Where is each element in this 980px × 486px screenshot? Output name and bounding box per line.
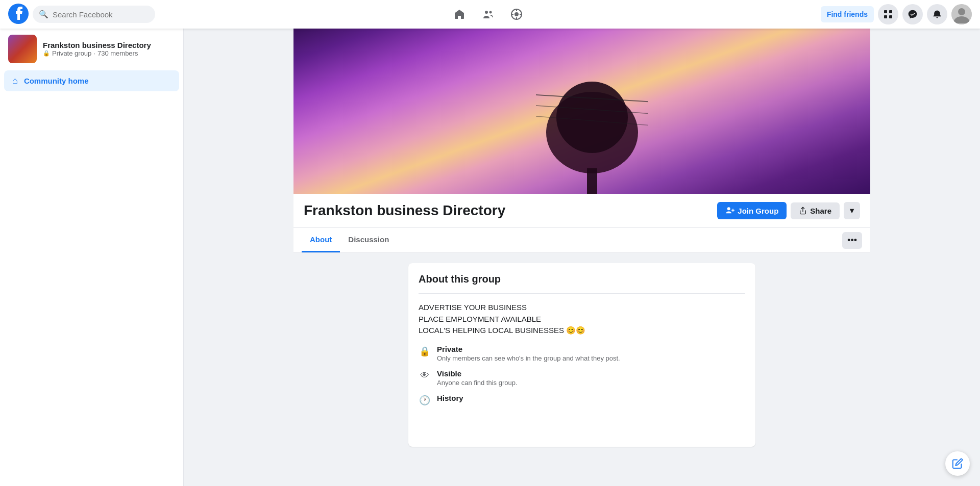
about-private-title: Private	[437, 345, 745, 353]
visible-eye-icon: 👁	[419, 370, 431, 381]
friends-nav-button[interactable]	[476, 4, 500, 24]
sidebar-community-home-label: Community home	[24, 76, 89, 85]
sidebar: Frankston business Directory 🔒 Private g…	[0, 29, 184, 457]
svg-point-2	[489, 11, 492, 14]
svg-rect-7	[884, 15, 887, 18]
group-title: Frankston business Directory	[304, 202, 505, 219]
sidebar-member-count: 730 members	[97, 49, 138, 57]
about-private-content: Private Only members can see who's in th…	[437, 345, 745, 362]
about-description: ADVERTISE YOUR BUSINESS PLACE EMPLOYMENT…	[419, 302, 745, 337]
home-sidebar-icon: ⌂	[12, 75, 18, 86]
about-private-item: 🔒 Private Only members can see who's in …	[419, 345, 745, 362]
svg-point-12	[556, 82, 628, 153]
facebook-logo[interactable]	[8, 4, 29, 25]
group-actions: Join Group Share ▾	[717, 202, 860, 219]
group-info-inner: Frankston business Directory Join Group …	[293, 202, 870, 219]
about-visible-content: Visible Anyone can find this group.	[437, 369, 745, 387]
join-group-icon	[725, 206, 734, 215]
grid-menu-button[interactable]	[878, 4, 898, 24]
sidebar-group-meta: Frankston business Directory 🔒 Private g…	[43, 41, 175, 57]
about-private-desc: Only members can see who's in the group …	[437, 354, 745, 362]
sidebar-item-community-home[interactable]: ⌂ Community home	[4, 70, 179, 91]
join-group-button[interactable]: Join Group	[717, 202, 787, 219]
about-desc-line-3: LOCAL'S HELPING LOCAL BUSINESSES 😊😊	[419, 325, 745, 337]
sidebar-group-name: Frankston business Directory	[43, 41, 175, 49]
search-icon: 🔍	[39, 10, 48, 19]
tree-silhouette	[536, 51, 648, 194]
gaming-nav-button[interactable]	[504, 4, 529, 24]
tab-about[interactable]: About	[302, 228, 340, 252]
topbar-right: Find friends	[821, 4, 972, 24]
profile-avatar[interactable]	[951, 4, 972, 24]
tab-discussion[interactable]: Discussion	[340, 228, 397, 252]
group-info-bar: Frankston business Directory Join Group …	[293, 194, 870, 228]
content-area: About this group ADVERTISE YOUR BUSINESS…	[293, 253, 870, 457]
about-desc-line-1: ADVERTISE YOUR BUSINESS	[419, 302, 745, 314]
share-button[interactable]: Share	[791, 202, 840, 219]
sidebar-group-type: Private group	[52, 49, 91, 57]
topbar: 🔍 Find friends	[0, 0, 980, 29]
svg-rect-5	[884, 10, 887, 13]
svg-point-10	[958, 8, 965, 15]
svg-point-17	[727, 207, 730, 210]
lock-icon: 🔒	[43, 50, 50, 57]
cover-photo	[293, 0, 870, 194]
about-history-title: History	[437, 394, 745, 402]
about-visible-title: Visible	[437, 369, 745, 378]
svg-point-1	[485, 11, 488, 14]
notifications-button[interactable]	[927, 4, 947, 24]
search-bar[interactable]: 🔍	[33, 6, 155, 23]
sidebar-group-avatar	[8, 35, 37, 63]
sidebar-group-sub: 🔒 Private group · 730 members	[43, 49, 175, 57]
topbar-center-nav	[159, 4, 817, 24]
about-card: About this group ADVERTISE YOUR BUSINESS…	[408, 263, 755, 447]
more-options-button[interactable]: ▾	[844, 202, 860, 219]
sidebar-dot-separator: ·	[93, 49, 95, 57]
search-input[interactable]	[53, 10, 149, 19]
about-visible-item: 👁 Visible Anyone can find this group.	[419, 369, 745, 387]
about-desc-line-2: PLACE EMPLOYMENT AVAILABLE	[419, 314, 745, 325]
history-clock-icon: 🕐	[419, 395, 431, 406]
svg-rect-13	[587, 168, 597, 194]
find-friends-button[interactable]: Find friends	[821, 6, 874, 22]
svg-rect-6	[889, 10, 892, 13]
messenger-button[interactable]	[902, 4, 923, 24]
svg-point-4	[514, 12, 519, 16]
svg-rect-8	[889, 15, 892, 18]
about-visible-desc: Anyone can find this group.	[437, 379, 745, 387]
home-nav-button[interactable]	[447, 4, 472, 24]
main-content: Frankston business Directory Join Group …	[184, 0, 980, 457]
private-lock-icon: 🔒	[419, 346, 431, 357]
share-icon	[799, 207, 807, 215]
about-section-title: About this group	[419, 273, 745, 294]
about-history-item: 🕐 History	[419, 394, 745, 406]
cover-photo-container	[293, 0, 870, 194]
sidebar-group-header: Frankston business Directory 🔒 Private g…	[0, 29, 183, 69]
tabs-more-button[interactable]: •••	[842, 232, 862, 249]
tabs-bar: About Discussion •••	[293, 228, 870, 253]
about-history-content: History	[437, 394, 745, 402]
